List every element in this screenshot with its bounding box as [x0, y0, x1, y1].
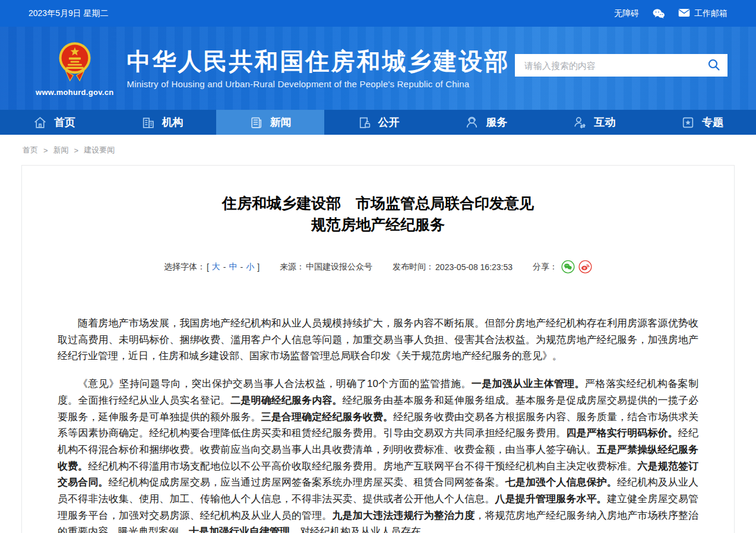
nav-item-service[interactable]: 服务: [432, 110, 540, 135]
home-icon: [33, 115, 48, 130]
dash: -: [223, 262, 226, 272]
emblem-block: www.mohurd.gov.cn: [36, 40, 114, 97]
breadcrumb: 首页 > 新闻 > 建设要闻: [0, 135, 756, 163]
nav-label: 专题: [702, 115, 723, 129]
article-title-line1: 住房和城乡建设部 市场监管总局联合印发意见: [22, 193, 734, 214]
dash: -: [241, 262, 243, 272]
search-input[interactable]: [524, 61, 707, 71]
breadcrumb-current: 建设要闻: [84, 145, 115, 156]
interaction-icon: [572, 115, 587, 130]
nav-item-disclosure[interactable]: 公开: [324, 110, 432, 135]
font-size-label: 选择字体：: [164, 262, 205, 272]
topbar: 2023年5月9日 星期二 无障碍 工作邮箱: [0, 0, 756, 27]
publish-label: 发布时间：: [393, 262, 434, 272]
bracket: [: [207, 262, 209, 272]
nav-item-interaction[interactable]: 互动: [540, 110, 648, 135]
font-size-selector: 选择字体： [ 大 - 中 - 小 ]: [164, 262, 260, 272]
topbar-right: 无障碍 工作邮箱: [614, 8, 727, 19]
nav-item-organization[interactable]: 机构: [108, 110, 216, 135]
main-nav: 首页 机构 新闻 公开: [0, 110, 756, 135]
share-wechat-icon[interactable]: [561, 260, 575, 274]
nav-label: 新闻: [270, 115, 292, 129]
disclosure-icon: [357, 115, 372, 130]
share-label: 分享：: [533, 262, 558, 272]
site-url: www.mohurd.gov.cn: [36, 88, 114, 97]
nav-label: 公开: [378, 115, 400, 129]
article-body: 随着房地产市场发展，我国房地产经纪机构和从业人员规模持续扩大，服务内容不断拓展。…: [22, 315, 734, 533]
national-emblem-icon: [56, 40, 94, 87]
date-text: 2023年5月9日 星期二: [29, 8, 109, 19]
site-title-cn: 中华人民共和国住房和城乡建设部: [127, 48, 515, 74]
breadcrumb-news[interactable]: 新闻: [53, 145, 69, 156]
service-icon: [464, 115, 479, 130]
nav-item-news[interactable]: 新闻: [216, 110, 324, 135]
nav-item-topics[interactable]: 专题: [648, 110, 756, 135]
search-button[interactable]: [707, 58, 720, 73]
nav-label: 首页: [54, 115, 75, 129]
search-icon: [707, 58, 720, 73]
nav-item-home[interactable]: 首页: [0, 110, 108, 135]
nav-label: 互动: [594, 115, 615, 129]
font-size-medium-link[interactable]: 中: [227, 262, 239, 272]
bracket: ]: [257, 262, 260, 272]
article-source: 来源： 中国建设报公众号: [280, 262, 372, 272]
article-title: 住房和城乡建设部 市场监管总局联合印发意见 规范房地产经纪服务: [22, 166, 734, 235]
source-label: 来源：: [280, 262, 305, 272]
breadcrumb-separator: >: [74, 146, 79, 155]
article-paragraph: 《意见》坚持问题导向，突出保护交易当事人合法权益，明确了10个方面的监管措施。一…: [58, 376, 698, 533]
news-icon: [249, 115, 264, 130]
share-block: 分享：: [533, 260, 592, 274]
work-mail-label: 工作邮箱: [694, 8, 727, 19]
article-meta: 选择字体： [ 大 - 中 - 小 ] 来源： 中国建设报公众号 发布时间： 2…: [22, 260, 734, 274]
site-titles: 中华人民共和国住房和城乡建设部 Ministry of Housing and …: [127, 48, 515, 89]
organization-icon: [141, 115, 156, 130]
publish-value: 2023-05-08 16:23:53: [435, 262, 513, 272]
source-value: 中国建设报公众号: [306, 262, 372, 272]
nav-label: 机构: [162, 115, 184, 129]
article-container: 住房和城乡建设部 市场监管总局联合印发意见 规范房地产经纪服务 选择字体： [ …: [21, 165, 735, 533]
site-title-en: Ministry of Housing and Urban-Rural Deve…: [127, 79, 515, 89]
topics-icon: [681, 115, 695, 130]
font-size-small-link[interactable]: 小: [244, 262, 256, 272]
site-header: www.mohurd.gov.cn 中华人民共和国住房和城乡建设部 Minist…: [0, 27, 756, 110]
breadcrumb-home[interactable]: 首页: [23, 145, 38, 156]
accessibility-link[interactable]: 无障碍: [614, 8, 639, 19]
mail-icon: [678, 8, 690, 19]
font-size-large-link[interactable]: 大: [210, 262, 222, 272]
search-box: [515, 54, 727, 77]
article-title-line2: 规范房地产经纪服务: [22, 214, 734, 236]
publish-time: 发布时间： 2023-05-08 16:23:53: [393, 262, 513, 272]
nav-label: 服务: [486, 115, 507, 129]
wechat-icon[interactable]: [652, 8, 665, 19]
work-mail-link[interactable]: 工作邮箱: [678, 8, 727, 19]
article-paragraph: 随着房地产市场发展，我国房地产经纪机构和从业人员规模持续扩大，服务内容不断拓展。…: [58, 315, 698, 364]
breadcrumb-separator: >: [43, 146, 48, 155]
share-weibo-icon[interactable]: [578, 260, 592, 274]
